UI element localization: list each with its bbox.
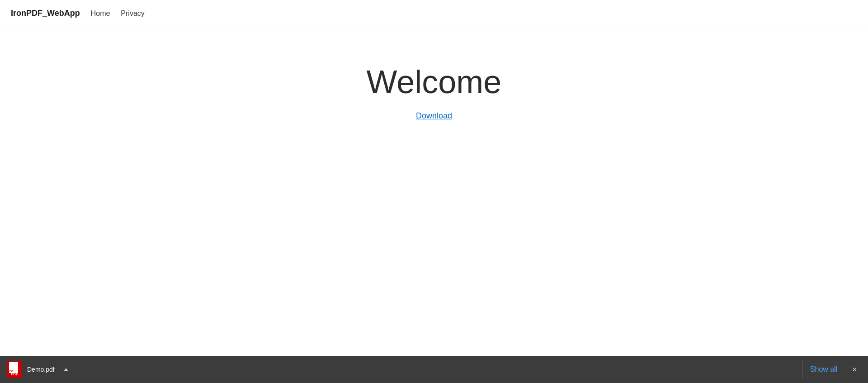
download-bar-left: Demo.pdf — [7, 361, 799, 378]
pdf-doc-shape — [9, 362, 18, 373]
close-download-bar-button[interactable]: × — [848, 363, 861, 376]
navbar: IronPDF_WebApp Home Privacy — [0, 0, 868, 27]
chevron-up-icon — [64, 368, 68, 371]
pdf-file-icon — [7, 361, 22, 378]
show-all-button[interactable]: Show all — [807, 364, 841, 375]
download-chevron-button[interactable] — [60, 366, 72, 373]
download-link[interactable]: Download — [416, 111, 452, 121]
download-bar-divider — [802, 360, 803, 378]
download-file-name: Demo.pdf — [27, 366, 55, 373]
nav-home-link[interactable]: Home — [91, 9, 110, 18]
nav-privacy-link[interactable]: Privacy — [121, 9, 144, 18]
main-content: Welcome Download — [0, 27, 868, 363]
download-bar-right: Show all × — [807, 363, 861, 376]
welcome-heading: Welcome — [367, 63, 502, 100]
nav-brand[interactable]: IronPDF_WebApp — [11, 9, 80, 18]
download-bar: Demo.pdf Show all × — [0, 356, 868, 383]
